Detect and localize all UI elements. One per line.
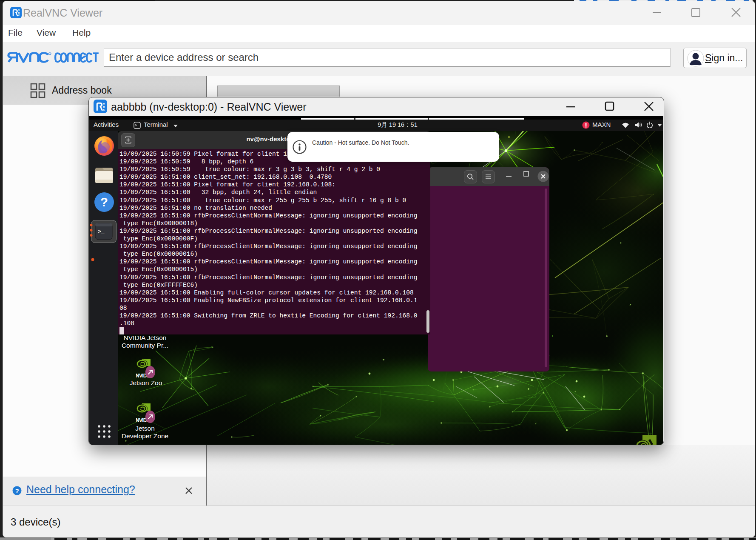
- svg-text:?: ?: [100, 195, 108, 209]
- svg-text:c: c: [18, 14, 20, 17]
- svg-text:?: ?: [15, 487, 19, 494]
- svg-text:c: c: [103, 108, 105, 111]
- svg-text:>_: >_: [98, 229, 105, 235]
